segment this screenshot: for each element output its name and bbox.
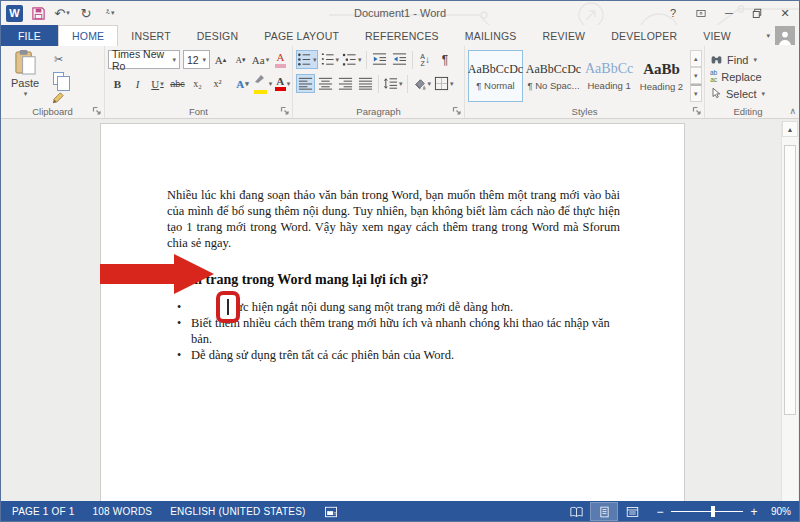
text-cursor — [227, 299, 229, 315]
style-no-spacing[interactable]: AaBbCcDc ¶ No Spac... — [526, 50, 581, 102]
multilevel-list-button[interactable]: ▾ — [341, 50, 363, 69]
macro-recording-button[interactable] — [315, 506, 347, 518]
restore-button[interactable] — [743, 3, 771, 24]
styles-scroll-up-button[interactable]: ▴ — [690, 50, 702, 67]
minimize-button[interactable]: ─ — [715, 3, 743, 24]
styles-more-button[interactable]: ▾ — [690, 84, 702, 102]
shading-button[interactable]: ▾ — [411, 74, 433, 93]
font-size-combobox[interactable]: 12▾ — [183, 50, 210, 69]
underline-button[interactable]: U▾ — [148, 74, 167, 93]
clipboard-dialog-launcher[interactable] — [92, 106, 102, 116]
undo-dropdown-icon[interactable]: ▾ — [66, 9, 70, 17]
bold-button[interactable]: B — [108, 74, 127, 93]
font-name-combobox[interactable]: Times New Ro▾ — [108, 50, 180, 69]
clear-formatting-button[interactable]: A — [271, 50, 290, 69]
customize-qat-dropdown-icon: ▾ — [111, 9, 115, 17]
tab-page-layout[interactable]: PAGE LAYOUT — [251, 25, 352, 46]
shrink-font-button[interactable]: A▾ — [231, 50, 250, 69]
print-layout-button[interactable] — [591, 503, 617, 520]
read-mode-button[interactable] — [563, 503, 589, 520]
customize-qat-button[interactable]: ⸛▾ — [101, 3, 119, 23]
italic-button[interactable]: I — [128, 74, 147, 93]
zoom-in-button[interactable]: + — [749, 505, 759, 519]
grow-font-button[interactable]: A▴ — [211, 50, 230, 69]
list-item[interactable]: • hực hiện ngắt nội dung sang một trang … — [177, 299, 620, 315]
ribbon-display-options-button[interactable] — [687, 3, 715, 24]
styles-scroll-down-button[interactable]: ▾ — [690, 67, 702, 84]
align-left-button[interactable] — [296, 74, 315, 93]
superscript-button[interactable]: x² — [208, 74, 227, 93]
tab-home[interactable]: HOME — [58, 25, 118, 46]
select-button[interactable]: Select ▾ — [708, 85, 789, 102]
word-count[interactable]: 108 WORDS — [84, 506, 162, 517]
replace-button[interactable]: abac Replace — [708, 68, 789, 85]
list-item[interactable]: • Dễ dàng sử dụng trên tất cả các phiên … — [177, 347, 620, 363]
replace-label: Replace — [721, 71, 761, 83]
list-item[interactable]: • Biết thêm nhiều cách thêm trang mới hữ… — [177, 315, 620, 347]
undo-button[interactable]: ↶▾ — [53, 3, 71, 23]
tab-review[interactable]: REVIEW — [530, 25, 599, 46]
collapse-ribbon-button[interactable]: ∧ — [789, 106, 796, 116]
clear-formatting-eraser-icon — [275, 64, 286, 68]
tab-references[interactable]: REFERENCES — [352, 25, 452, 46]
styles-dialog-launcher[interactable] — [692, 106, 702, 116]
paste-button[interactable]: Paste ▾ — [4, 49, 46, 102]
zoom-out-button[interactable]: − — [655, 505, 665, 519]
align-right-button[interactable] — [336, 74, 355, 93]
document-heading[interactable]: Thêm trang trong Word mang lại lợi ích g… — [167, 272, 620, 288]
change-case-button[interactable]: Aa▾ — [251, 50, 270, 69]
bullets-button[interactable]: ▾ — [296, 50, 318, 69]
strikethrough-button[interactable]: abc — [168, 74, 187, 93]
user-avatar[interactable] — [775, 26, 795, 45]
sort-button[interactable]: AZ↓ — [416, 50, 435, 69]
word-logo-icon[interactable]: W — [6, 5, 23, 22]
text-highlight-button[interactable]: ▾ — [253, 74, 272, 93]
zoom-slider-thumb[interactable] — [711, 506, 715, 517]
line-spacing-button[interactable]: ▾ — [382, 74, 404, 93]
help-button[interactable]: ? — [659, 3, 687, 24]
find-button[interactable]: Find ▾ — [708, 51, 789, 68]
intro-paragraph[interactable]: Nhiều lúc khi đang soạn thảo văn bản tro… — [167, 187, 620, 251]
justify-button[interactable] — [356, 74, 375, 93]
show-hide-pilcrow-button[interactable]: ¶ — [436, 50, 455, 69]
text-effects-button[interactable]: A▾ — [233, 74, 252, 93]
style-heading2[interactable]: AaBb Heading 2 — [637, 50, 686, 102]
account-dropdown-icon[interactable]: ▾ — [766, 32, 770, 40]
align-center-button[interactable] — [316, 74, 335, 93]
redo-button[interactable]: ↻ — [77, 3, 95, 23]
zoom-slider[interactable] — [671, 506, 743, 517]
bullet-marker: • — [177, 315, 191, 347]
font-color-button[interactable]: A▾ — [273, 74, 292, 93]
increase-indent-button[interactable] — [390, 50, 409, 69]
tab-view[interactable]: VIEW — [690, 25, 744, 46]
paragraph-dialog-launcher[interactable] — [452, 106, 462, 116]
close-button[interactable]: ✕ — [771, 3, 799, 24]
numbering-dropdown-icon: ▾ — [336, 56, 340, 64]
page-indicator[interactable]: PAGE 1 OF 1 — [3, 506, 84, 517]
zoom-level[interactable]: 90% — [765, 506, 791, 517]
red-arrow-head — [174, 254, 214, 294]
style-normal[interactable]: AaBbCcDc ¶ Normal — [468, 50, 523, 102]
format-painter-button[interactable] — [49, 89, 68, 106]
scrollbar-up-button[interactable]: ▲ — [782, 121, 798, 137]
save-button[interactable] — [29, 3, 47, 23]
subscript-button[interactable]: x₂ — [188, 74, 207, 93]
vertical-scrollbar[interactable]: ▲ — [781, 121, 798, 501]
scrollbar-thumb[interactable] — [784, 145, 796, 415]
copy-button[interactable] — [49, 70, 68, 87]
decrease-indent-button[interactable] — [370, 50, 389, 69]
web-layout-button[interactable] — [619, 503, 645, 520]
language-indicator[interactable]: ENGLISH (UNITED STATES) — [161, 506, 314, 517]
tab-design[interactable]: DESIGN — [184, 25, 251, 46]
tab-mailings[interactable]: MAILINGS — [452, 25, 530, 46]
tab-file[interactable]: FILE — [1, 25, 58, 46]
tab-insert[interactable]: INSERT — [118, 25, 184, 46]
style-heading1[interactable]: AaBbCc Heading 1 — [584, 50, 634, 102]
numbering-button[interactable]: ▾ — [319, 50, 341, 69]
document-page[interactable]: Nhiều lúc khi đang soạn thảo văn bản tro… — [100, 123, 685, 501]
cut-button[interactable]: ✂ — [49, 51, 68, 68]
paste-dropdown-icon[interactable]: ▾ — [24, 90, 28, 98]
borders-button[interactable]: ▾ — [433, 74, 455, 93]
tab-developer[interactable]: DEVELOPER — [598, 25, 690, 46]
font-dialog-launcher[interactable] — [280, 106, 290, 116]
